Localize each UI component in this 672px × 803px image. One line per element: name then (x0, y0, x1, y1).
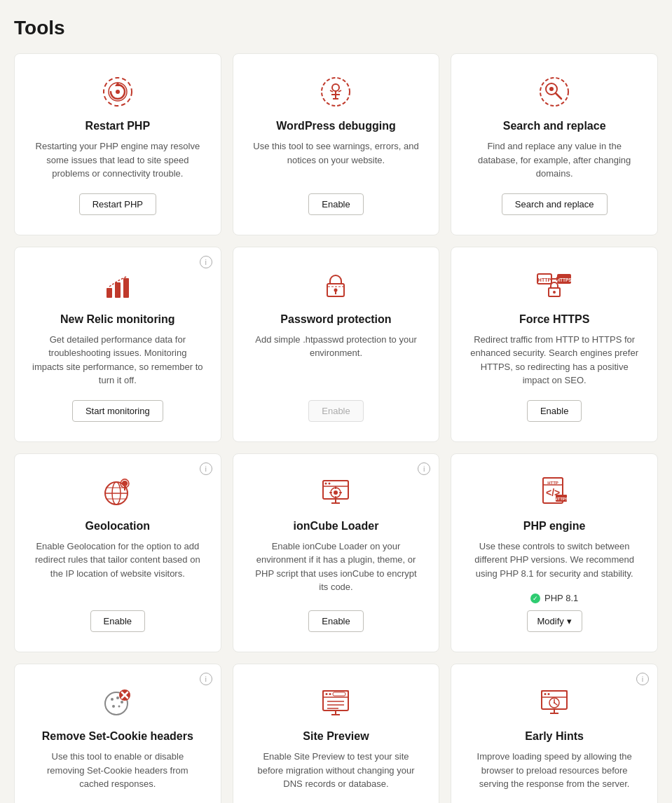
card-force-https: HTTP HTTPS Force HTTPS Redirect traffic … (451, 247, 658, 442)
svg-point-67 (326, 693, 328, 695)
wordpress-debugging-icon (317, 74, 354, 110)
wordpress-debugging-desc: Use this tool to see warnings, errors, a… (250, 139, 423, 181)
card-new-relic: i New Relic monitoring Get detailed perf… (14, 247, 221, 442)
new-relic-info-icon[interactable]: i (200, 256, 212, 268)
svg-point-3 (116, 90, 120, 94)
svg-point-61 (118, 706, 120, 708)
new-relic-icon (100, 267, 136, 303)
php-engine-title: PHP engine (523, 520, 586, 533)
svg-rect-15 (107, 288, 112, 298)
password-protection-button[interactable]: Enable (308, 400, 363, 422)
php-status-dot (530, 593, 540, 603)
php-engine-desc: Use these controls to switch between dif… (468, 540, 640, 581)
svg-text:HTTP: HTTP (538, 277, 551, 282)
svg-point-77 (544, 693, 547, 695)
early-hints-info-icon[interactable]: i (636, 673, 649, 685)
php-modify-button[interactable]: Modify ▾ (527, 610, 582, 632)
svg-point-29 (553, 291, 556, 294)
php-version-label: PHP 8.1 (544, 593, 578, 603)
wordpress-debugging-button[interactable]: Enable (308, 193, 363, 215)
remove-set-cookie-icon (100, 684, 136, 720)
ioncube-loader-icon (317, 474, 354, 510)
svg-point-60 (112, 705, 115, 708)
svg-point-41 (329, 482, 331, 484)
restart-php-icon (100, 74, 136, 110)
php-engine-icon: HTTP </> HTTPS (536, 474, 572, 510)
geolocation-button[interactable]: Enable (90, 610, 145, 632)
svg-rect-16 (115, 282, 121, 298)
card-restart-php: Restart PHP Restarting your PHP engine m… (14, 53, 221, 235)
svg-point-19 (334, 288, 338, 291)
svg-rect-69 (333, 692, 345, 696)
early-hints-desc: Improve loading speed by allowing the br… (468, 750, 640, 791)
svg-point-58 (116, 696, 119, 699)
password-protection-icon (317, 267, 354, 303)
restart-php-button[interactable]: Restart PHP (79, 193, 156, 215)
svg-point-14 (549, 87, 554, 91)
card-ioncube: i ionCube Loader Enable ionCube L (233, 453, 440, 653)
geolocation-title: Geolocation (85, 520, 150, 533)
svg-point-43 (334, 490, 338, 495)
force-https-title: Force HTTPS (519, 313, 589, 326)
site-preview-icon (317, 684, 354, 720)
wordpress-debugging-title: WordPress debugging (276, 120, 395, 132)
early-hints-title: Early Hints (525, 730, 584, 743)
page-title: Tools (14, 17, 658, 39)
password-protection-desc: Add simple .htpasswd protection to your … (250, 333, 423, 387)
site-preview-title: Site Preview (303, 730, 369, 743)
early-hints-icon (536, 684, 572, 720)
card-early-hints: i Early Hints Improve loading speed by a… (451, 664, 658, 803)
remove-set-cookie-info-icon[interactable]: i (200, 673, 212, 685)
php-version-status: PHP 8.1 (530, 593, 578, 603)
geolocation-icon (100, 474, 136, 510)
card-geolocation: i Geolocation Enable Geolocation for the… (14, 453, 221, 653)
force-https-button[interactable]: Enable (527, 400, 582, 422)
geolocation-info-icon[interactable]: i (200, 462, 212, 475)
restart-php-desc: Restarting your PHP engine may resolve s… (32, 139, 204, 181)
svg-point-11 (540, 78, 568, 106)
card-search-replace: Search and replace Find and replace any … (451, 53, 658, 235)
ioncube-title: ionCube Loader (294, 520, 379, 533)
ioncube-button[interactable]: Enable (308, 610, 363, 632)
restart-php-title: Restart PHP (85, 120, 150, 132)
svg-text:HTTPS: HTTPS (557, 277, 572, 282)
card-site-preview: Site Preview Enable Site Preview to test… (233, 664, 440, 803)
search-replace-icon (536, 74, 572, 110)
card-php-engine: HTTP </> HTTPS PHP engine Use these cont… (451, 453, 658, 653)
svg-point-59 (121, 701, 123, 704)
tools-grid: Restart PHP Restarting your PHP engine m… (14, 53, 658, 803)
card-password-protection: Password protection Add simple .htpasswd… (233, 247, 440, 442)
force-https-desc: Redirect traffic from HTTP to HTTPS for … (468, 333, 640, 387)
force-https-icon: HTTP HTTPS (536, 267, 572, 303)
svg-line-13 (556, 93, 561, 99)
search-replace-button[interactable]: Search and replace (502, 193, 608, 215)
svg-point-57 (111, 698, 114, 701)
search-replace-title: Search and replace (503, 120, 606, 132)
svg-point-40 (325, 482, 327, 484)
svg-rect-17 (123, 278, 129, 298)
ioncube-desc: Enable ionCube Loader on your environmen… (250, 540, 423, 598)
card-remove-set-cookie: i Remove Set-Cookie headers Use this too… (14, 664, 221, 803)
site-preview-desc: Enable Site Preview to test your site be… (250, 750, 423, 803)
ioncube-info-icon[interactable]: i (418, 462, 430, 475)
new-relic-title: New Relic monitoring (60, 313, 175, 326)
card-wordpress-debugging: WordPress debugging Use this tool to see… (233, 53, 440, 235)
remove-set-cookie-desc: Use this tool to enable or disable remov… (32, 750, 204, 791)
svg-point-78 (548, 693, 550, 695)
svg-point-68 (329, 693, 331, 695)
remove-set-cookie-title: Remove Set-Cookie headers (42, 730, 193, 743)
svg-line-10 (338, 90, 341, 92)
search-replace-desc: Find and replace any value in the databa… (468, 139, 640, 181)
svg-text:HTTP: HTTP (547, 481, 558, 485)
svg-point-82 (554, 702, 555, 704)
new-relic-desc: Get detailed performance data for troubl… (32, 333, 204, 387)
svg-line-9 (330, 90, 333, 92)
geolocation-desc: Enable Geolocation for the option to add… (32, 540, 204, 598)
password-protection-title: Password protection (280, 313, 391, 326)
start-monitoring-button[interactable]: Start monitoring (72, 400, 163, 422)
svg-point-5 (332, 84, 339, 91)
svg-text:HTTPS: HTTPS (554, 497, 568, 501)
chevron-down-icon: ▾ (567, 616, 572, 626)
